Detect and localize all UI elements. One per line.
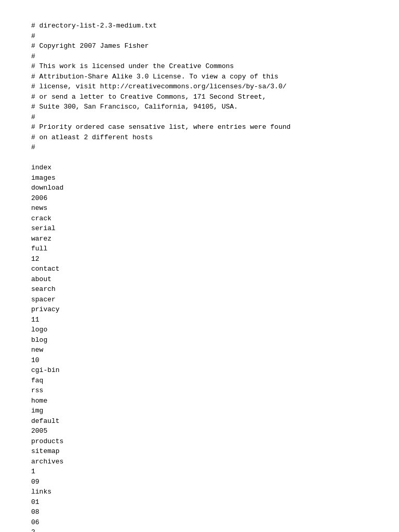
file-content: # directory-list-2.3-medium.txt # # Copy… bbox=[31, 21, 368, 532]
